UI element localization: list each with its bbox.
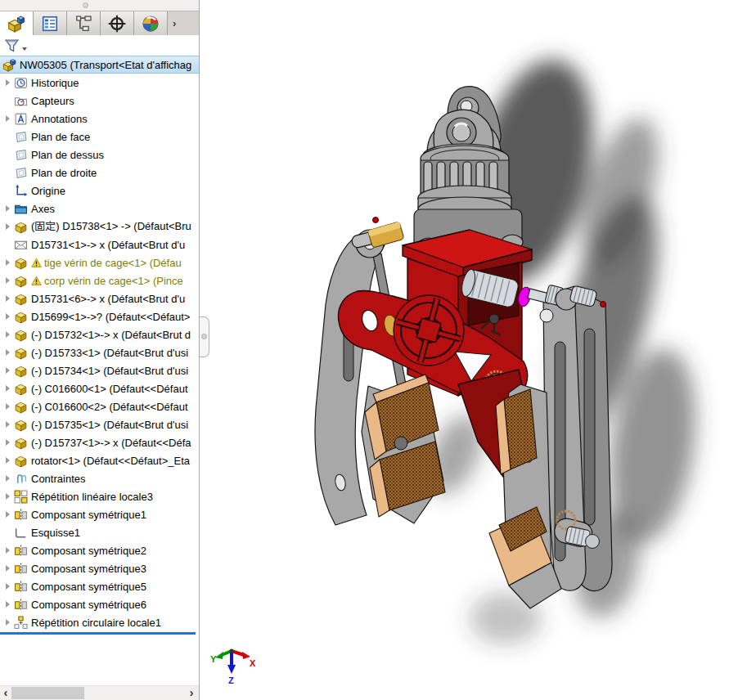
filter-funnel-icon[interactable] bbox=[4, 38, 20, 53]
history-icon bbox=[14, 76, 28, 90]
tree-item[interactable]: D15731<1>-> x (Défaut<Brut d'u bbox=[0, 236, 199, 254]
expand-spacer bbox=[2, 185, 14, 196]
tree-item[interactable]: D15731<6>-> x (Défaut<Brut d'u bbox=[0, 289, 199, 307]
tree-item[interactable]: (-) D15737<1>-> x (Défaut<<Défa bbox=[0, 433, 199, 451]
rollback-bar[interactable] bbox=[0, 632, 196, 635]
tree-item[interactable]: Contraintes bbox=[0, 469, 199, 487]
tree-item-label: Axes bbox=[31, 203, 55, 215]
expand-arrow-icon[interactable] bbox=[2, 365, 14, 376]
tree-item[interactable]: Composant symétrique3 bbox=[0, 559, 199, 577]
expand-arrow-icon[interactable] bbox=[2, 509, 14, 520]
expand-arrow-icon[interactable] bbox=[2, 347, 14, 358]
tree-item[interactable]: Répétition circulaire locale1 bbox=[0, 613, 199, 631]
tab-configurationmanager[interactable] bbox=[67, 11, 101, 35]
tree-item[interactable]: (固定) D15738<1> -> (Défaut<Bru bbox=[0, 218, 199, 236]
tree-item[interactable]: Composant symétrique5 bbox=[0, 577, 199, 595]
tree-item[interactable]: (-) C016600<2> (Défaut<<Défaut bbox=[0, 397, 199, 415]
tree-item[interactable]: Répétition linéaire locale3 bbox=[0, 487, 199, 505]
part-icon bbox=[14, 454, 28, 468]
expand-arrow-icon[interactable] bbox=[2, 221, 14, 232]
expand-arrow-icon[interactable] bbox=[2, 203, 14, 214]
tree-item[interactable]: Plan de face bbox=[0, 128, 199, 146]
panel-horizontal-scrollbar[interactable]: ‹ › bbox=[0, 685, 199, 700]
part-icon bbox=[14, 346, 28, 360]
tree-item[interactable]: Composant symétrique2 bbox=[0, 541, 199, 559]
tree-item[interactable]: D15699<1>->? (Défaut<<Défaut> bbox=[0, 307, 199, 325]
scroll-right-arrow-icon[interactable]: › bbox=[186, 686, 197, 700]
tree-item[interactable]: Esquisse1 bbox=[0, 523, 199, 541]
panel-top-strip bbox=[0, 0, 199, 11]
expand-arrow-icon[interactable] bbox=[2, 383, 14, 394]
tree-item[interactable]: Plan de dessus bbox=[0, 146, 199, 164]
filter-dropdown-caret-icon[interactable] bbox=[22, 47, 27, 51]
scrollbar-thumb[interactable] bbox=[11, 687, 84, 699]
tree-item[interactable]: Composant symétrique1 bbox=[0, 505, 199, 523]
splitter-grip-icon[interactable] bbox=[83, 2, 88, 8]
tree-item-label: Capteurs bbox=[31, 95, 74, 107]
expand-arrow-icon[interactable] bbox=[2, 329, 14, 340]
mirror-icon bbox=[14, 598, 28, 612]
expand-arrow-icon[interactable] bbox=[2, 401, 14, 412]
expand-arrow-icon[interactable] bbox=[2, 473, 14, 484]
tree-item-label: Historique bbox=[31, 77, 79, 89]
tree-item[interactable]: Historique bbox=[0, 74, 199, 92]
tree-item[interactable]: (-) D15733<1> (Défaut<Brut d'usi bbox=[0, 343, 199, 361]
expand-arrow-icon[interactable] bbox=[2, 77, 14, 88]
expand-arrow-icon[interactable] bbox=[2, 257, 14, 268]
tree-item-label: Composant symétrique2 bbox=[31, 545, 146, 557]
tree-item-label: (-) D15737<1>-> x (Défaut<<Défa bbox=[31, 437, 191, 449]
linear-pattern-icon bbox=[14, 490, 28, 504]
tree-item[interactable]: Capteurs bbox=[0, 92, 199, 110]
expand-arrow-icon[interactable] bbox=[2, 311, 14, 322]
tree-item-label: (-) D15732<1>-> x (Défaut<Brut d bbox=[31, 329, 191, 341]
tab-display-icon bbox=[142, 15, 160, 33]
expand-arrow-icon[interactable] bbox=[2, 113, 14, 124]
expand-arrow-icon[interactable] bbox=[2, 581, 14, 592]
expand-arrow-icon[interactable] bbox=[2, 491, 14, 502]
tree-item-label: D15731<1>-> x (Défaut<Brut d'u bbox=[31, 239, 185, 251]
tree-item-label: Composant symétrique5 bbox=[31, 581, 146, 593]
tree-item[interactable]: Annotations bbox=[0, 110, 199, 128]
tab-dimxpertmanager[interactable] bbox=[101, 11, 134, 35]
tree-item[interactable]: tige vérin de cage<1> (Défau bbox=[0, 254, 199, 271]
expand-arrow-icon[interactable] bbox=[2, 419, 14, 430]
expand-arrow-icon[interactable] bbox=[2, 563, 14, 574]
tab-featuremanager[interactable] bbox=[0, 11, 34, 35]
tree-item[interactable]: (-) D15734<1> (Défaut<Brut d'usi bbox=[0, 361, 199, 379]
tree-item[interactable]: Plan de droite bbox=[0, 164, 199, 182]
part-icon bbox=[14, 364, 28, 378]
part-icon bbox=[14, 400, 28, 414]
expand-arrow-icon[interactable] bbox=[2, 617, 14, 628]
tree-item[interactable]: (-) D15732<1>-> x (Défaut<Brut d bbox=[0, 325, 199, 343]
tab-propertymanager[interactable] bbox=[34, 11, 67, 35]
tree-item[interactable]: corp vérin de cage<1> (Pince bbox=[0, 271, 199, 289]
plane-icon bbox=[14, 166, 28, 180]
tree-item[interactable]: Composant symétrique6 bbox=[0, 595, 199, 613]
tree-item[interactable]: Origine bbox=[0, 182, 199, 200]
assembly-icon bbox=[7, 15, 25, 33]
scroll-left-arrow-icon[interactable]: ‹ bbox=[0, 686, 11, 700]
tab-overflow-arrow[interactable]: › bbox=[173, 11, 176, 35]
tree-item-label: (-) D15734<1> (Défaut<Brut d'usi bbox=[31, 365, 188, 377]
expand-arrow-icon[interactable] bbox=[2, 293, 14, 304]
graphics-viewport[interactable]: X Y Z bbox=[200, 0, 729, 700]
tree-item[interactable]: rotator<1> (Défaut<<Défaut>_Eta bbox=[0, 451, 199, 469]
tree-item[interactable]: (-) D15735<1> (Défaut<Brut d'usi bbox=[0, 415, 199, 433]
model-left-jaw[interactable] bbox=[362, 375, 445, 523]
expand-spacer bbox=[2, 527, 14, 538]
tree-item-label: Annotations bbox=[31, 113, 88, 125]
tree-item[interactable]: (-) C016600<1> (Défaut<<Défaut bbox=[0, 379, 199, 397]
expand-arrow-icon[interactable] bbox=[2, 455, 14, 466]
tree-item-label: Contraintes bbox=[31, 473, 85, 485]
tree-item[interactable]: Axes bbox=[0, 200, 199, 218]
model-yellow-bushing[interactable] bbox=[367, 218, 404, 249]
panel-collapse-handle[interactable] bbox=[200, 316, 209, 357]
expand-arrow-icon[interactable] bbox=[2, 437, 14, 448]
tree-root-item[interactable]: NW05305 (Transport<Etat d'affichag bbox=[0, 56, 199, 74]
tree-item-label: (-) C016600<1> (Défaut<<Défaut bbox=[31, 383, 188, 395]
expand-arrow-icon[interactable] bbox=[2, 275, 14, 286]
expand-arrow-icon[interactable] bbox=[2, 599, 14, 610]
model-grapple-assembly[interactable] bbox=[200, 0, 729, 700]
tab-displaymanager[interactable] bbox=[134, 11, 168, 35]
expand-arrow-icon[interactable] bbox=[2, 545, 14, 556]
